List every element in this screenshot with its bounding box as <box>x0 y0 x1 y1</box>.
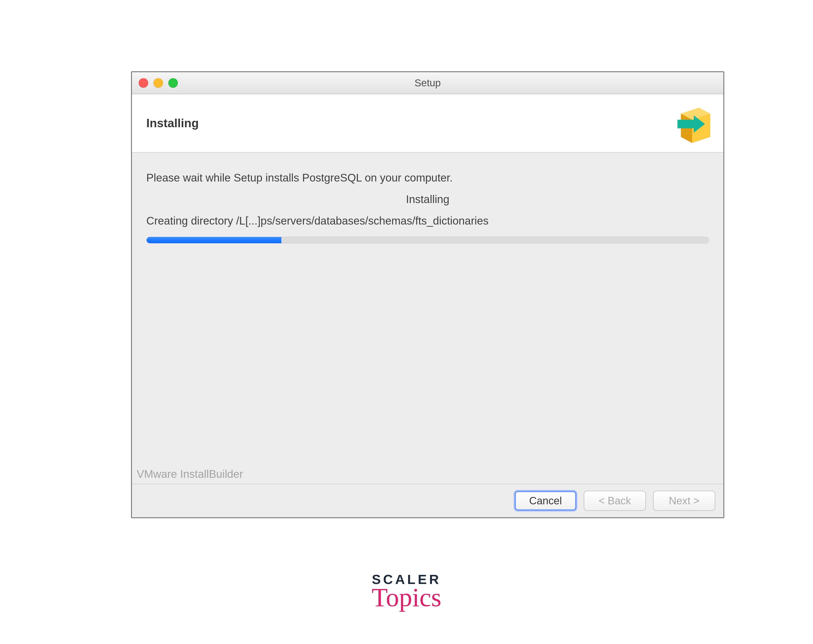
watermark-line2: Topics <box>372 582 441 613</box>
setup-window: Setup Installing Please wait while Setup… <box>131 71 724 518</box>
zoom-icon[interactable] <box>168 78 178 88</box>
next-button: Next > <box>653 491 715 511</box>
stage-label: Installing <box>146 193 709 205</box>
minimize-icon[interactable] <box>153 78 163 88</box>
footer: Cancel < Back Next > <box>132 484 723 517</box>
back-button: < Back <box>584 491 646 511</box>
watermark: SCALER Topics <box>372 572 441 613</box>
svg-rect-4 <box>677 120 694 129</box>
window-controls <box>139 78 178 88</box>
package-arrow-icon <box>673 102 716 145</box>
progress-bar <box>146 237 709 244</box>
titlebar: Setup <box>132 72 723 94</box>
close-icon[interactable] <box>139 78 148 88</box>
body: Please wait while Setup installs Postgre… <box>132 153 723 484</box>
progress-fill <box>147 237 281 243</box>
page-title: Installing <box>146 116 199 130</box>
vendor-label: VMware InstallBuilder <box>137 468 243 480</box>
window-title: Setup <box>415 77 441 89</box>
cancel-button[interactable]: Cancel <box>514 491 577 511</box>
wait-message: Please wait while Setup installs Postgre… <box>146 171 709 184</box>
header: Installing <box>132 94 723 153</box>
status-text: Creating directory /L[...]ps/servers/dat… <box>146 214 709 227</box>
